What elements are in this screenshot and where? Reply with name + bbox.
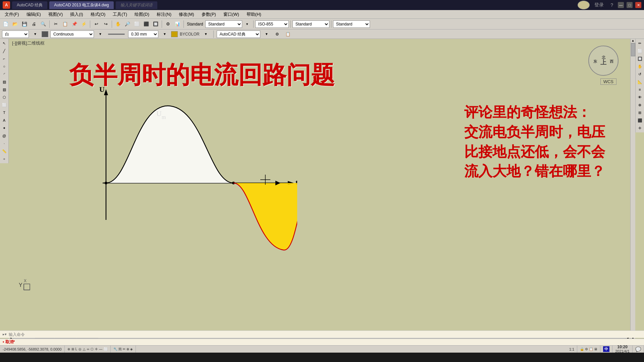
scroll-thumb-v[interactable] [631,43,635,56]
maximize-button[interactable]: □ [627,2,633,8]
lineweight-select[interactable]: Standard [292,20,329,28]
style-btn[interactable]: ▼ [243,20,252,28]
zoom-win-button[interactable]: ⬜ [132,20,141,28]
menu-file[interactable]: 文件(F) [1,11,22,18]
chat-btn[interactable]: 💬 [635,347,641,352]
rt-snap[interactable]: ⊕ [636,101,644,109]
paper-btn[interactable]: 简 [118,347,122,352]
style-select[interactable]: Standard [205,20,242,28]
zoom-prev-button[interactable]: ⬛ [142,20,151,28]
osnap-btn[interactable]: △ [83,347,86,351]
login-button[interactable]: 登录 [592,1,606,9]
menu-draw[interactable]: 绘图(D) [131,11,153,18]
lt-text[interactable]: T [1,109,8,116]
isolate-btn[interactable]: ◈ [130,347,133,351]
plotstyle-settings-btn[interactable]: ⚙ [273,30,282,39]
extra-btn[interactable]: 📋 [589,347,593,351]
menu-modify[interactable]: 修改(M) [175,11,198,18]
adcenter-button[interactable]: 📊 [173,20,182,28]
cut-button[interactable]: ✂ [51,20,60,28]
menu-edit[interactable]: 编辑(E) [23,11,44,18]
layer-prop-btn[interactable]: ▼ [31,30,40,39]
rt-3d[interactable]: ⬛ [636,117,644,124]
redo-button[interactable]: ↪ [101,20,110,28]
group-btn[interactable]: ⊕ [126,347,129,351]
linetype-select[interactable]: ISO-855 [255,20,289,28]
lt-point[interactable]: · [1,140,8,147]
lt-wipeout[interactable]: ⬜ [1,101,8,109]
lineweight-select-bar[interactable]: 0.30 mm [128,31,158,38]
save-button[interactable]: 💾 [20,20,29,28]
properties-button[interactable]: ⚙ [164,20,172,28]
rt-zoom-ext[interactable]: 🔲 [636,55,644,62]
new-button[interactable]: 📄 [1,20,10,28]
lineweight-prop-btn[interactable]: ▼ [160,30,169,39]
lt-mtext[interactable]: A [1,117,8,124]
rt-move[interactable]: ✛ [636,124,644,132]
menu-tools[interactable]: 工具(T) [109,11,130,18]
print-button[interactable]: 🖨 [30,20,38,28]
menu-view[interactable]: 视图(V) [45,11,66,18]
linetype-select-bar[interactable]: Continuous [50,31,94,38]
tab-autocad-classic[interactable]: AutoCAD 经典 [12,1,47,9]
ime-cn[interactable]: 中 [603,346,609,352]
menu-annotate[interactable]: 标注(N) [153,11,175,18]
plotstyle-prop-btn[interactable]: ▼ [262,30,271,39]
settings-btn[interactable]: ⚙ [585,347,588,351]
qprop-btn[interactable]: 🔧 [113,347,117,351]
command-input[interactable] [9,332,641,337]
matchprop-button[interactable]: ⚡ [79,20,88,28]
lt-attdef[interactable]: @ [1,132,8,139]
polar-btn[interactable]: ◎ [78,347,82,351]
menu-window[interactable]: 窗口(W) [220,11,243,18]
lt-line[interactable]: ╱ [1,47,8,55]
chat-btn-section[interactable]: 💬 [633,346,644,353]
lt-polyline[interactable]: ⌐ [1,55,8,62]
lweight-btn[interactable]: — [99,347,102,351]
rt-dist[interactable]: 📐 [636,78,644,85]
ortho-btn[interactable]: L [75,347,77,351]
undo-button[interactable]: ↩ [92,20,101,28]
dyn-btn[interactable]: ✛ [95,347,98,351]
v-scrollbar[interactable]: ▲ ▼ [630,39,635,340]
plotstyle-select[interactable]: AutoCAD 经典 [217,31,260,38]
lt-measure[interactable]: 📏 [1,147,8,155]
snap-btn[interactable]: ⊕ [67,347,70,351]
markup-btn[interactable]: ✏ [123,347,125,351]
rt-pan[interactable]: ✋ [636,63,644,70]
scroll-up-btn[interactable]: ▲ [631,39,635,42]
menu-format[interactable]: 格式(O) [87,11,109,18]
rt-zoom-all[interactable]: ⬜ [636,47,644,55]
menu-params[interactable]: 参数(P) [198,11,219,18]
linetype-prop-btn[interactable]: ▼ [96,30,105,39]
zoom-button[interactable]: 🔎 [123,20,132,28]
tpoly-btn[interactable]: ⬜ [104,347,108,351]
lock-btn[interactable]: 🔒 [580,347,584,351]
text-select[interactable]: Standard [333,20,370,28]
color-prop-btn[interactable]: ▼ [202,30,210,39]
menu-insert[interactable]: 插入(I) [67,11,86,18]
ducs-btn[interactable]: ⬡ [91,347,94,351]
lt-select[interactable]: ↖ [1,40,8,47]
help-button[interactable]: ? [608,2,615,8]
tab-autocad2013[interactable]: AutoCAD 2013 电工杂谈4.dwg [49,1,113,9]
tab-search[interactable]: 输入关键字或词语 [116,1,157,9]
copy-button[interactable]: 📋 [61,20,69,28]
lt-divide[interactable]: ÷ [1,155,8,163]
close-button[interactable]: ✕ [635,2,641,8]
color-swatch[interactable] [171,31,178,37]
pan-button[interactable]: ✋ [114,20,122,28]
linetype-color[interactable] [42,31,48,37]
mode-btns[interactable]: 🔧 简 ✏ ⊕ ◈ [111,346,136,353]
zoom-ext-button[interactable]: 🔲 [151,20,160,28]
lt-insert[interactable]: ✦ [1,124,8,132]
otrack-btn[interactable]: ∞ [87,347,89,351]
plotstyle-extra-btn[interactable]: 📋 [284,30,292,39]
grid-btn[interactable]: ⊞ [71,347,74,351]
view-btn[interactable]: 🖥 [594,347,597,351]
lt-gradient[interactable]: ▧ [1,86,8,93]
preview-button[interactable]: 🔍 [39,20,48,28]
paste-button[interactable]: 📌 [70,20,79,28]
menu-help[interactable]: 帮助(H) [243,11,265,18]
lt-circle[interactable]: ○ [1,63,8,70]
